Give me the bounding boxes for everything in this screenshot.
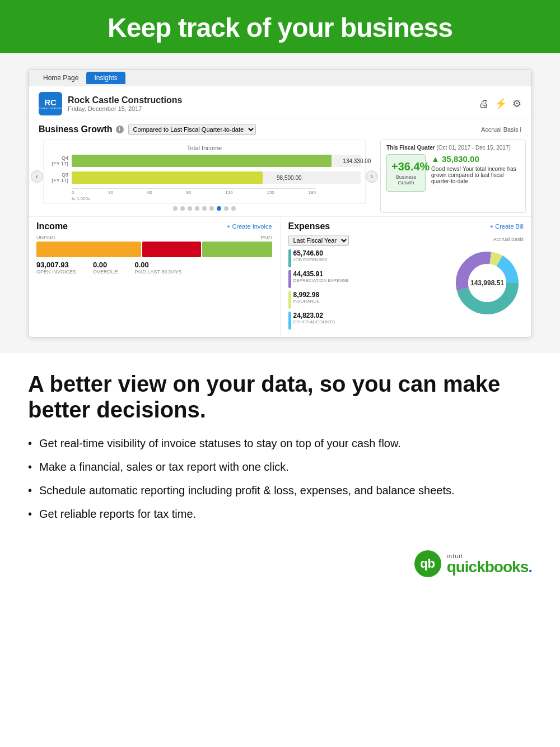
qb-footer: qb intuit quickbooks. [0,541,560,591]
stat-overdue: 0.00 OVERDUE [93,261,118,275]
dot-6[interactable] [217,206,221,211]
dot-8[interactable] [231,206,236,211]
fiscal-card-body: +36.4% Business Growth ▲ 35,830.00 Good … [386,154,520,192]
income-panel-title: Income [36,221,68,231]
tab-homepage[interactable]: Home Page [35,72,86,84]
bullet-list: Get real-time visibility of invoice stat… [28,436,532,521]
create-bill-btn[interactable]: + Create Bill [490,223,524,230]
company-logo: RC Constructions [39,92,62,115]
header-icons: 🖨 ⚡ ⚙ [479,98,521,110]
expense-item-0: 65,746.60 JOB EXPENSES [288,249,446,267]
income-bar-overdue [142,242,200,257]
main-headline: Keep track of your business [22,12,538,43]
fiscal-card-text: ▲ 35,830.00 Good news! Your total income… [431,154,520,184]
expenses-panel-title: Expenses [288,221,330,231]
expense-amount-3: 24,823.02 [293,312,335,319]
expenses-panel: Expenses + Create Bill Last Fiscal Year … [281,217,532,337]
bar-row-q3: Q3(FY 17) 98,500.00 [48,171,361,184]
tab-insights[interactable]: Insights [86,72,125,84]
bullet-2: Schedule automatic reporting including p… [28,483,532,498]
growth-label: Business Growth [391,174,421,185]
overdue-label: OVERDUE [93,269,118,275]
expense-name-2: INSURANCE [293,299,320,304]
expense-amount-1: 44,435.91 [293,270,349,278]
expense-amount-2: 8,992.98 [293,291,320,299]
paid-30-value: 0.00 [135,261,182,269]
income-stats: 93,007.93 OPEN INVOICES 0.00 OVERDUE 0.0… [36,261,272,275]
dot-nav [34,204,375,213]
dot-3[interactable] [195,206,199,211]
bar-label-q4: Q4(FY 17) [48,155,68,166]
expenses-content: 65,746.60 JOB EXPENSES 44,435.91 DEPRECI… [288,249,524,332]
dot-0[interactable] [173,206,178,211]
bar-chart-container: ‹ Total Income Q4(FY 17) 134,330.00 Q3(F… [34,140,375,213]
dot-4[interactable] [202,206,207,211]
fiscal-amount: ▲ 35,830.00 [431,154,520,164]
stat-open-invoices: 93,007.93 OPEN INVOICES [36,261,76,275]
dot-7[interactable] [224,206,228,211]
bar-value-q3: 98,500.00 [277,175,302,181]
income-panel-header: Income + Create Invoice [36,221,272,231]
bar-label-q3: Q3(FY 17) [48,172,68,183]
bullet-3: Get reliable reports for tax time. [28,507,532,521]
panels-row: Income + Create Invoice UNPAID PAID [29,216,531,337]
expenses-period-select[interactable]: Last Fiscal Year [288,235,349,246]
bar-row-q4: Q4(FY 17) 134,330.00 [48,155,361,167]
unpaid-label: UNPAID [36,235,55,240]
dot-5[interactable] [209,206,214,211]
bar-chart: Total Income Q4(FY 17) 134,330.00 Q3(FY … [43,140,366,204]
tagline: A better view on your data, so you can m… [28,371,532,423]
chart-footnote: In 1,000s [72,196,361,201]
expense-item-1: 44,435.91 DEPRECIATION EXPENSE [288,270,446,288]
donut-center-label: 143,998.51 [470,279,504,287]
qb-brand: intuit quickbooks. [447,553,532,575]
income-bar-paid [202,242,272,257]
compare-dropdown: Compared to Last Fiscal Quarter-to-date [128,124,256,135]
expense-color-1 [288,270,291,288]
expenses-filter: Last Fiscal Year Accrual Basis [288,235,524,246]
dot-1[interactable] [180,206,185,211]
bar-value-q4: 134,330.00 [343,158,371,164]
company-name: Rock Castle Constructions [68,95,182,105]
donut-chart: 143,998.51 [451,249,524,317]
chart-prev-btn[interactable]: ‹ [31,170,43,183]
business-growth-title: Business Growth i [39,124,124,134]
settings-icon[interactable]: ⚙ [512,98,521,110]
growth-badge: +36.4% Business Growth [386,154,426,192]
company-date: Friday, December 15, 2017 [68,105,182,112]
business-growth-header: Business Growth i Compared to Last Fisca… [29,119,531,137]
app-header: RC Constructions Rock Castle Constructio… [29,86,531,119]
accrual-info-icon[interactable]: i [520,126,521,133]
stat-paid-30: 0.00 PAID LAST 30 DAYS [135,261,182,275]
bar-track-q4: 134,330.00 [72,155,361,167]
company-details: Rock Castle Constructions Friday, Decemb… [68,95,182,112]
expense-items: 65,746.60 JOB EXPENSES 44,435.91 DEPRECI… [288,249,446,332]
compare-select[interactable]: Compared to Last Fiscal Quarter-to-date [128,124,256,135]
bar-fill-q3: 98,500.00 [72,171,263,184]
income-bar-unpaid [36,242,141,257]
fiscal-description: Good news! Your total income has grown c… [431,166,520,184]
open-invoices-label: OPEN INVOICES [36,269,76,275]
lightning-icon[interactable]: ⚡ [494,98,507,110]
expenses-panel-header: Expenses + Create Bill [288,221,524,231]
tabs-bar: Home Page Insights [29,69,531,86]
create-invoice-btn[interactable]: + Create Invoice [227,223,272,230]
print-icon[interactable]: 🖨 [479,98,489,110]
dot-2[interactable] [188,206,192,211]
bar-chart-title: Total Income [48,145,361,151]
qb-logo-icon: qb [414,550,441,577]
bottom-content: A better view on your data, so you can m… [0,353,560,541]
expense-name-3: OTHER ACCOUNTS [293,319,335,324]
info-icon[interactable]: i [116,126,124,133]
chart-next-btn[interactable]: › [366,170,378,183]
fiscal-quarter-card: This Fiscal Quater (Oct 01, 2017 - Dec 1… [380,140,526,213]
expense-color-3 [288,312,291,330]
company-info: RC Constructions Rock Castle Constructio… [39,92,182,115]
paid-30-label: PAID LAST 30 DAYS [135,269,182,275]
bar-fill-q4: 134,330.00 [72,155,332,167]
expenses-accrual-label: Accrual Basis [493,236,524,242]
open-invoices-value: 93,007.93 [36,261,76,269]
expense-name-1: DEPRECIATION EXPENSE [293,278,349,283]
expense-amount-0: 65,746.60 [293,249,328,257]
fiscal-card-title: This Fiscal Quater (Oct 01, 2017 - Dec 1… [386,145,520,151]
